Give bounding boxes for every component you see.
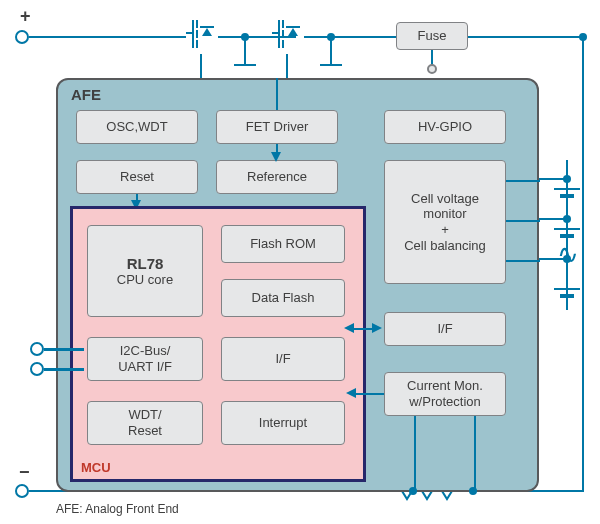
mid-fet-node [241,33,249,41]
if-center-block: I/F [221,337,345,381]
fuse-probe [427,64,437,74]
cpu-core-block: RL78 CPU core [87,225,203,317]
cpu-sub: CPU core [117,272,173,287]
cell-lead-1 [506,180,540,182]
thermistor-icon: ∿ [557,248,579,261]
wire-top-3 [331,36,396,38]
io-line-2 [44,368,84,371]
plus-label: + [20,6,31,27]
afe-footnote: AFE: Analog Front End [56,502,179,516]
osc-wdt-block: OSC,WDT [76,110,198,144]
mid-fet-cap [234,64,256,66]
fet-right [272,14,304,54]
fet2-gate-drop [286,54,288,78]
mid-fet-drop2 [330,38,332,64]
diagram-canvas: + − Fuse AFE OSC, [0,0,600,524]
mid-fet-node2 [327,33,335,41]
fuse-block: Fuse [396,22,468,50]
reset-block: Reset [76,160,198,194]
mcu-container: MCU RL78 CPU core Flash ROM Data Flash I… [70,206,366,482]
right-bus-top-node [579,33,587,41]
interrupt-block: Interrupt [221,401,345,445]
wire-right-bus [582,36,584,492]
io-line-1 [44,348,84,351]
if-right-block: I/F [384,312,506,346]
cell-monitor-block: Cell voltage monitor + Cell balancing [384,160,506,284]
fet-left [186,14,218,54]
cpu-bold: RL78 [127,255,164,272]
io-terminal-1 [30,342,44,356]
cm-lead-b [474,416,476,492]
wdt-reset-block: WDT/ Reset [87,401,203,445]
mid-fet-cap2 [320,64,342,66]
int-cm-line [354,393,384,395]
wire-top-1 [29,36,160,38]
plus-terminal [15,30,29,44]
mcu-label: MCU [81,460,111,475]
cell-lead-2 [506,220,540,222]
fet1-lead-l [160,36,186,38]
if-if-ah-r [372,323,382,333]
mid-fet-drop [244,38,246,64]
arrow-fetdrv-up [276,78,278,110]
wire-top-4 [468,36,584,38]
int-cm-ah [346,388,356,398]
if-if-ah-l [344,323,354,333]
ah-fetdrv-ref [271,152,281,162]
afe-container: AFE OSC,WDT FET Driver HV-GPIO Reset Ref… [56,78,539,492]
flash-rom-block: Flash ROM [221,225,345,263]
minus-label: − [19,462,30,483]
shunt-node-b [469,487,477,495]
current-mon-block: Current Mon. w/Protection [384,372,506,416]
minus-terminal [15,484,29,498]
data-flash-block: Data Flash [221,279,345,317]
cm-lead-a [414,416,416,492]
fet-driver-block: FET Driver [216,110,338,144]
fet1-gate-drop [200,54,202,78]
io-terminal-2 [30,362,44,376]
reference-block: Reference [216,160,338,194]
if-if-line [352,328,374,330]
hv-gpio-block: HV-GPIO [384,110,506,144]
shunt-node-a [409,487,417,495]
cell-lead-3 [506,260,540,262]
afe-title: AFE [71,86,101,103]
i2c-uart-block: I2C-Bus/ UART I/F [87,337,203,381]
